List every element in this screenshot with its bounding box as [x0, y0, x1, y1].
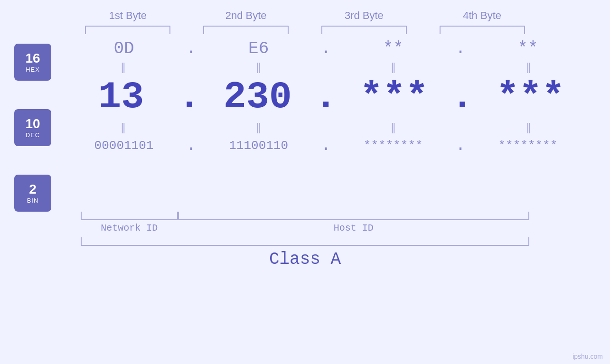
dec-b3: ***	[347, 75, 441, 119]
watermark: ipshu.com	[572, 353, 603, 360]
hex-row: 0D . E6 . ** . **	[56, 39, 596, 58]
eq1-b4: ‖	[481, 61, 576, 74]
dot-bin-3: .	[455, 136, 466, 155]
hex-b1: 0D	[76, 39, 171, 58]
eq1-b3: ‖	[346, 61, 441, 74]
dot-dec-2: .	[314, 75, 337, 119]
badge-bin: 2 BIN	[14, 175, 51, 212]
bottom-section: Network ID Host ID Class A	[0, 212, 610, 269]
full-bracket-row	[81, 237, 529, 246]
host-id-label: Host ID	[178, 223, 529, 233]
dot-hex-2: .	[321, 39, 331, 58]
bin-b4: ********	[480, 139, 575, 153]
bracket-top-3	[321, 26, 407, 34]
rows-with-badges: 16 HEX 10 DEC 2 BIN 0D . E6 . ** . **	[0, 34, 610, 212]
hex-b2: E6	[211, 39, 306, 58]
bottom-brackets-row	[81, 212, 529, 220]
all-rows: 0D . E6 . ** . ** ‖ ‖ ‖ ‖ 13 .	[56, 34, 596, 212]
bin-b2: 11100110	[211, 139, 306, 153]
equals-row-1: ‖ ‖ ‖ ‖	[56, 60, 596, 75]
bracket-top-1	[85, 26, 170, 34]
bracket-top-4	[440, 26, 525, 34]
dot-dec-3: .	[451, 75, 474, 119]
hex-b3: **	[346, 39, 441, 58]
dot-hex-3: .	[455, 39, 466, 58]
badges-column: 16 HEX 10 DEC 2 BIN	[14, 44, 51, 212]
badge-hex-label: HEX	[26, 66, 40, 73]
bracket-bottom-network	[81, 212, 178, 220]
hex-b4: **	[480, 39, 575, 58]
eq2-b2: ‖	[211, 121, 306, 134]
byte4-header: 4th Byte	[435, 9, 530, 22]
bracket-full	[81, 237, 529, 246]
bin-b1: 00001101	[76, 139, 171, 153]
eq1-b2: ‖	[211, 61, 306, 74]
byte-headers: 1st Byte 2nd Byte 3rd Byte 4th Byte	[0, 9, 610, 22]
byte1-header: 1st Byte	[80, 9, 175, 22]
dot-bin-1: .	[186, 136, 197, 155]
eq1-b1: ‖	[75, 61, 170, 74]
dot-dec-1: .	[178, 75, 201, 119]
dec-b4: ***	[483, 75, 578, 119]
equals-row-2: ‖ ‖ ‖ ‖	[56, 121, 596, 135]
byte3-header: 3rd Byte	[317, 9, 412, 22]
byte2-header: 2nd Byte	[198, 9, 293, 22]
badge-hex: 16 HEX	[14, 44, 51, 81]
dec-b2: 230	[210, 75, 305, 119]
badge-dec: 10 DEC	[14, 109, 51, 146]
badge-bin-number: 2	[29, 182, 37, 197]
bracket-bottom-host	[178, 212, 529, 220]
labels-row: Network ID Host ID	[81, 223, 529, 233]
bracket-top-2	[203, 26, 289, 34]
network-id-label: Network ID	[81, 223, 178, 233]
badge-hex-number: 16	[25, 51, 40, 66]
bin-row: 00001101 . 11100110 . ******** . *******…	[56, 136, 596, 155]
badge-dec-number: 10	[25, 117, 40, 131]
top-brackets	[0, 26, 610, 34]
dot-bin-2: .	[321, 136, 331, 155]
class-label: Class A	[81, 250, 529, 269]
dot-hex-1: .	[186, 39, 197, 58]
eq2-b4: ‖	[481, 121, 576, 134]
dec-b1: 13	[74, 75, 169, 119]
badge-bin-label: BIN	[27, 197, 39, 204]
bin-b3: ********	[346, 139, 441, 153]
eq2-b1: ‖	[75, 121, 170, 134]
dec-row: 13 . 230 . *** . ***	[56, 75, 596, 119]
eq2-b3: ‖	[346, 121, 441, 134]
badge-dec-label: DEC	[26, 131, 40, 139]
main-container: 1st Byte 2nd Byte 3rd Byte 4th Byte 16 H…	[0, 0, 610, 364]
